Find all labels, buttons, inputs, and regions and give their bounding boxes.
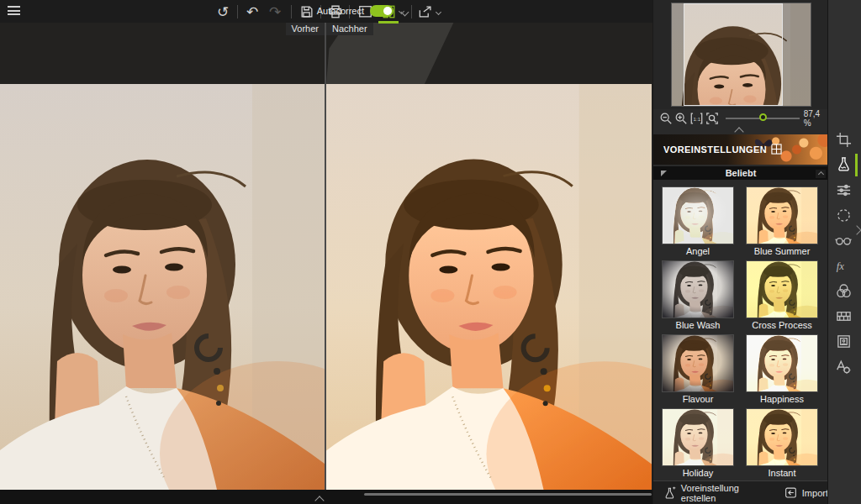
actual-size-icon[interactable]: 1:1	[689, 112, 704, 126]
zoom-slider-knob[interactable]	[759, 113, 767, 121]
crop-tool-icon[interactable]	[834, 130, 853, 149]
zoom-slider[interactable]	[726, 113, 795, 124]
preset-tile-instant[interactable]: Instant	[746, 408, 818, 479]
text-tool-icon[interactable]	[834, 357, 853, 375]
collapse-group-icon[interactable]	[661, 171, 667, 176]
zoom-in-icon[interactable]	[674, 112, 688, 126]
export-share-icon[interactable]	[416, 3, 441, 21]
texture-icon[interactable]	[834, 307, 853, 325]
preset-tile-cross-process[interactable]: Cross Process	[746, 260, 818, 331]
pane-divider[interactable]	[325, 23, 326, 504]
canvas-bottom-bar	[0, 490, 652, 504]
preset-label: Blue Summer	[746, 246, 818, 257]
zoom-controls: 1:1 87,4 %	[653, 109, 828, 128]
navigator-viewport-box[interactable]	[684, 3, 783, 106]
collapse-bottom-icon[interactable]	[314, 496, 324, 504]
presets-panel: 1:1 87,4 % VOREINSTELLUNGEN	[652, 0, 827, 504]
autocorrect-control: Autocorrect	[317, 5, 404, 17]
preset-group-header[interactable]: Beliebt	[653, 166, 828, 180]
preset-tile-happiness[interactable]: Happiness	[746, 334, 818, 405]
reset-icon[interactable]: ↺	[213, 3, 233, 21]
zoom-out-icon[interactable]	[659, 112, 673, 126]
selection-tool-icon[interactable]	[834, 206, 853, 224]
tool-sidebar: fx	[827, 0, 861, 504]
photo-editor-window: ↺ ↶ ↷ Autocorrect V	[0, 0, 861, 504]
svg-text:1:1: 1:1	[694, 116, 701, 122]
save-icon[interactable]	[297, 3, 317, 21]
toolbar-separator	[237, 5, 238, 18]
presets-banner[interactable]: VOREINSTELLUNGEN	[653, 134, 828, 165]
presets-banner-title: VOREINSTELLUNGEN	[663, 144, 767, 155]
navigator	[653, 0, 828, 109]
image-canvas: Vorher Nachher	[0, 23, 652, 504]
frames-icon[interactable]	[834, 332, 853, 350]
autocorrect-toggle[interactable]	[370, 5, 394, 17]
color-wheels-icon[interactable]	[834, 281, 853, 300]
autocorrect-dropdown-icon[interactable]	[399, 8, 404, 13]
redo-icon[interactable]: ↷	[265, 3, 285, 21]
navigator-dim-left	[672, 3, 684, 106]
toolbar-separator	[411, 5, 412, 18]
horizontal-scrollbar[interactable]	[364, 493, 652, 496]
import-icon	[784, 486, 797, 499]
autocorrect-label: Autocorrect	[317, 6, 364, 16]
menu-icon[interactable]	[8, 6, 24, 18]
navigator-thumbnail[interactable]	[671, 3, 811, 107]
fit-screen-icon[interactable]	[705, 112, 719, 126]
toggle-knob	[383, 7, 392, 15]
zoom-value: 87,4 %	[804, 109, 828, 128]
svg-text:fx: fx	[837, 260, 845, 272]
effects-fx-icon[interactable]: fx	[834, 256, 853, 275]
toolbar: ↺ ↶ ↷ Autocorrect	[0, 0, 652, 23]
preset-tile-holiday[interactable]: Holiday	[662, 408, 734, 479]
tab-before[interactable]: Vorher	[286, 23, 325, 35]
panel-expand-icon[interactable]	[852, 225, 861, 234]
preset-group-title: Beliebt	[653, 168, 828, 178]
preset-label: Instant	[746, 468, 818, 479]
preset-grid: Angel Blue Summer Blue Wash Cross Proces…	[662, 186, 821, 479]
tab-after[interactable]: Nachher	[326, 23, 373, 35]
navigator-dim-right	[783, 3, 811, 106]
after-image[interactable]	[326, 84, 652, 490]
preset-label: Angel	[662, 246, 734, 257]
import-preset-button[interactable]: Import	[784, 486, 828, 499]
preset-label: Blue Wash	[662, 320, 734, 331]
develop-flask-icon[interactable]	[834, 155, 853, 173]
presets-footer: Voreinstellung erstellen Import	[653, 480, 828, 504]
preset-label: Flavour	[662, 394, 734, 405]
preset-tile-flavour[interactable]: Flavour	[662, 334, 734, 405]
preset-label: Happiness	[746, 394, 818, 405]
preset-label: Cross Process	[746, 320, 818, 331]
tune-sliders-icon[interactable]	[834, 181, 853, 199]
flask-plus-icon	[663, 486, 676, 500]
repair-glasses-icon[interactable]	[834, 231, 853, 249]
scroll-up-button[interactable]	[816, 170, 826, 178]
preset-tile-angel[interactable]: Angel	[662, 186, 734, 257]
toolbar-separator	[291, 5, 292, 18]
create-preset-button[interactable]: Voreinstellung erstellen	[663, 483, 769, 503]
preset-tile-blue-wash[interactable]: Blue Wash	[662, 260, 734, 331]
active-tool-indicator	[855, 154, 858, 176]
before-image[interactable]	[0, 84, 325, 490]
undo-icon[interactable]: ↶	[242, 3, 262, 21]
butterfly-graphic	[753, 136, 774, 153]
preset-label: Holiday	[662, 468, 734, 479]
preset-tile-blue-summer[interactable]: Blue Summer	[746, 186, 818, 257]
